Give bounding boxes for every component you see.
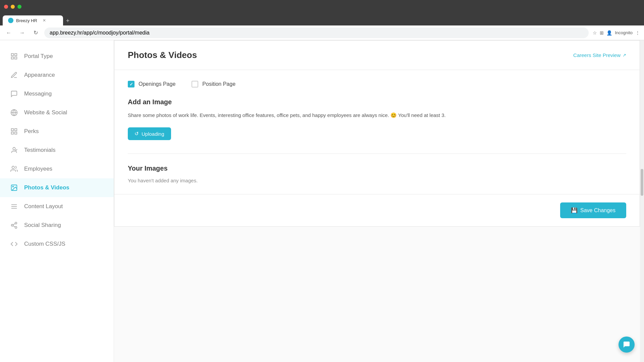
svg-rect-6	[11, 129, 13, 131]
svg-point-10	[13, 147, 15, 150]
content-header: Photos & Videos Careers Site Preview ↗	[114, 41, 640, 70]
sidebar-item-appearance[interactable]: Appearance	[0, 66, 114, 84]
scrollbar-track[interactable]	[640, 40, 644, 362]
save-icon: 💾	[571, 207, 578, 214]
sidebar-label-website-social: Website & Social	[24, 109, 67, 116]
tab-favicon	[8, 18, 13, 23]
app-content: Portal Type Appearance Messaging	[0, 40, 644, 362]
sidebar-item-custom-css-js[interactable]: Custom CSS/JS	[0, 235, 114, 253]
chat-bubble-button[interactable]	[619, 337, 635, 353]
sidebar-item-messaging[interactable]: Messaging	[0, 84, 114, 103]
svg-rect-3	[15, 57, 17, 59]
minimize-window-button[interactable]	[11, 5, 15, 9]
add-image-title: Add an Image	[128, 98, 626, 106]
chat-icon	[9, 89, 19, 99]
new-tab-button[interactable]: +	[63, 16, 72, 25]
grid-icon	[9, 52, 19, 61]
svg-point-19	[15, 227, 17, 229]
add-image-description: Share some photos of work life. Events, …	[128, 111, 626, 119]
sidebar-item-portal-type[interactable]: Portal Type	[0, 47, 114, 66]
sidebar-item-testimonials[interactable]: Testimonials	[0, 141, 114, 160]
svg-point-11	[12, 166, 14, 169]
sidebar-item-employees[interactable]: Employees	[0, 160, 114, 178]
save-changes-button[interactable]: 💾 Save Changes	[560, 202, 626, 218]
maximize-window-button[interactable]	[17, 5, 21, 9]
url-text: app.breezy.hr/app/c/moodjoy/portal/media	[50, 30, 150, 36]
extensions-icon[interactable]: ⊞	[600, 30, 604, 36]
svg-point-17	[15, 222, 17, 224]
profile-icon[interactable]: 👤	[606, 30, 612, 36]
layout-icon	[9, 202, 19, 211]
page-title: Photos & Videos	[128, 50, 197, 60]
sidebar-label-testimonials: Testimonials	[24, 147, 56, 154]
tab-close-button[interactable]: ✕	[43, 18, 46, 23]
position-page-checkbox-box[interactable]	[192, 81, 198, 87]
svg-rect-1	[15, 54, 17, 56]
incognito-label: Incognito	[615, 30, 633, 35]
testimonials-icon	[9, 145, 19, 155]
svg-rect-8	[11, 132, 13, 134]
careers-site-preview-link[interactable]: Careers Site Preview ↗	[573, 52, 626, 58]
tab-title: Breezy HR	[16, 18, 37, 23]
openings-page-checkbox[interactable]: Openings Page	[128, 81, 175, 87]
chat-bubble-icon	[623, 341, 631, 349]
share-icon	[9, 221, 19, 230]
photo-icon	[9, 183, 19, 192]
content-body: Openings Page Position Page Add an Image…	[114, 70, 640, 194]
browser-titlebar	[0, 0, 644, 13]
pencil-icon	[9, 70, 19, 80]
sidebar-label-portal-type: Portal Type	[24, 53, 53, 60]
sidebar-label-employees: Employees	[24, 166, 52, 172]
sidebar-item-perks[interactable]: Perks	[0, 122, 114, 141]
position-page-checkbox[interactable]: Position Page	[192, 81, 235, 87]
sidebar-label-appearance: Appearance	[24, 72, 55, 78]
no-images-message: You haven't added any images.	[128, 178, 626, 183]
people-icon	[9, 164, 19, 174]
address-bar: ← → ↻ app.breezy.hr/app/c/moodjoy/portal…	[0, 25, 644, 40]
menu-icon[interactable]: ⋮	[635, 30, 640, 36]
svg-line-20	[13, 226, 15, 227]
your-images-section: Your Images You haven't added any images…	[128, 154, 626, 183]
back-button[interactable]: ←	[4, 28, 13, 38]
external-link-icon: ↗	[623, 53, 626, 58]
perks-icon	[9, 127, 19, 136]
sidebar-label-custom-css-js: Custom CSS/JS	[24, 241, 65, 247]
position-page-label: Position Page	[202, 81, 235, 87]
sidebar-item-website-social[interactable]: Website & Social	[0, 103, 114, 122]
sidebar-label-content-layout: Content Layout	[24, 203, 63, 210]
forward-button[interactable]: →	[17, 28, 27, 38]
sidebar-label-photos-videos: Photos & Videos	[24, 184, 69, 191]
tab-bar: Breezy HR ✕ +	[0, 13, 644, 25]
scrollbar-thumb[interactable]	[641, 169, 643, 196]
sidebar-label-social-sharing: Social Sharing	[24, 222, 61, 229]
reload-button[interactable]: ↻	[31, 28, 40, 38]
sidebar: Portal Type Appearance Messaging	[0, 40, 114, 362]
content-footer: 💾 Save Changes	[114, 194, 640, 226]
sidebar-item-content-layout[interactable]: Content Layout	[0, 197, 114, 216]
svg-rect-0	[11, 54, 13, 56]
svg-point-13	[12, 186, 13, 187]
your-images-title: Your Images	[128, 165, 626, 172]
svg-point-18	[11, 224, 13, 226]
svg-line-21	[13, 224, 15, 225]
upload-button[interactable]: ↺ Uploading	[128, 127, 171, 140]
openings-page-checkbox-box[interactable]	[128, 81, 135, 87]
content-card: Photos & Videos Careers Site Preview ↗ O…	[114, 40, 640, 227]
sidebar-item-photos-videos[interactable]: Photos & Videos	[0, 178, 114, 197]
upload-icon: ↺	[135, 131, 139, 137]
code-icon	[9, 239, 19, 249]
browser-toolbar-right: ☆ ⊞ 👤 Incognito ⋮	[593, 30, 640, 36]
url-bar[interactable]: app.breezy.hr/app/c/moodjoy/portal/media	[44, 27, 589, 38]
bookmark-icon[interactable]: ☆	[593, 30, 597, 36]
checkbox-group: Openings Page Position Page	[128, 81, 626, 87]
sidebar-item-social-sharing[interactable]: Social Sharing	[0, 216, 114, 235]
svg-rect-7	[15, 129, 17, 131]
sidebar-label-perks: Perks	[24, 128, 39, 135]
svg-rect-9	[15, 132, 17, 134]
active-tab[interactable]: Breezy HR ✕	[3, 15, 63, 25]
globe-icon	[9, 108, 19, 117]
main-panel: Photos & Videos Careers Site Preview ↗ O…	[114, 40, 640, 362]
svg-rect-2	[11, 57, 13, 59]
close-window-button[interactable]	[4, 5, 8, 9]
sidebar-label-messaging: Messaging	[24, 90, 52, 97]
